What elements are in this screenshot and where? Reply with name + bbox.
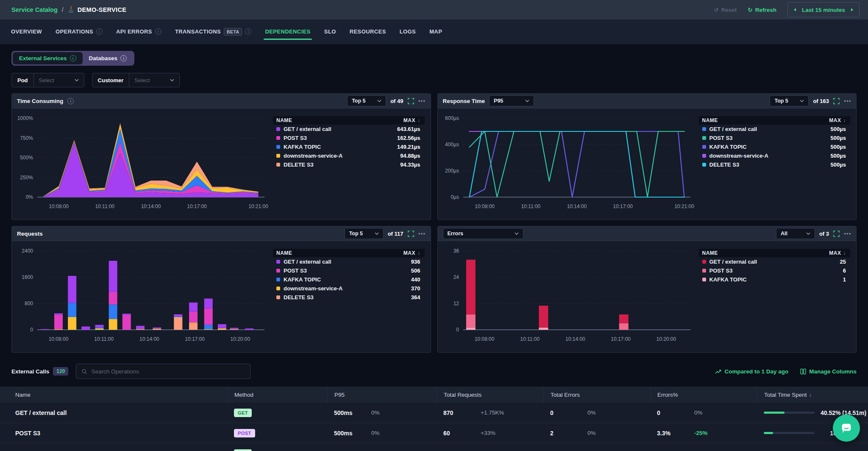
table-row[interactable]: GET / external callGET500ms0%870+1.75K%0… <box>0 403 868 423</box>
column-header-name[interactable]: Name <box>0 387 227 403</box>
svg-text:0µs: 0µs <box>451 194 459 200</box>
legend-item[interactable]: GET / external call25 <box>699 257 851 266</box>
reset-button[interactable]: ↺ Reset <box>714 6 737 13</box>
refresh-icon: ↻ <box>748 6 752 13</box>
column-header-method[interactable]: Method <box>227 387 327 403</box>
column-header-errors-[interactable]: Errors% <box>650 387 757 403</box>
errors-metric-select[interactable]: Errors <box>443 228 523 239</box>
compare-button[interactable]: Compared to 1 Day ago <box>715 368 788 375</box>
svg-text:10:08:00: 10:08:00 <box>49 336 69 342</box>
tab-overview[interactable]: OVERVIEW <box>10 19 43 44</box>
tab-resources[interactable]: RESOURCES <box>348 19 387 44</box>
svg-text:10:17:00: 10:17:00 <box>611 336 631 342</box>
tab-label: MAP <box>429 28 442 35</box>
toggle-databases[interactable]: Databases i <box>83 52 134 64</box>
legend-item[interactable]: POST S3162.56µs <box>273 134 425 142</box>
legend-max-header[interactable]: MAX↓ <box>829 250 846 256</box>
more-menu-icon[interactable]: ⋯ <box>844 230 851 237</box>
top-n-select[interactable]: Top 5 <box>770 95 809 106</box>
search-operations-input[interactable] <box>91 368 245 375</box>
svg-text:24: 24 <box>453 274 459 280</box>
legend-item[interactable]: GET / external call643.61µs <box>273 125 425 134</box>
reset-icon: ↺ <box>714 6 718 13</box>
column-header-p95[interactable]: P95 <box>327 387 437 403</box>
expand-icon[interactable] <box>833 231 840 237</box>
response-time-legend: NAMEMAX↓GET / external call500µsPOST S35… <box>699 116 851 169</box>
svg-text:10:11:00: 10:11:00 <box>520 336 540 342</box>
legend-max-header[interactable]: MAX↓ <box>829 117 846 123</box>
legend-item[interactable]: DELETE S3500µs <box>699 160 851 169</box>
legend-item[interactable]: DELETE S3364 <box>273 293 425 302</box>
expand-icon[interactable] <box>408 231 414 237</box>
svg-text:10:14:00: 10:14:00 <box>567 203 587 209</box>
top-n-select[interactable]: Top 5 <box>345 228 384 239</box>
legend-item[interactable]: GET / external call936 <box>273 257 425 266</box>
column-header-total-errors[interactable]: Total Errors <box>543 387 650 403</box>
tab-logs[interactable]: LOGS <box>398 19 417 44</box>
time-range-picker[interactable]: Last 15 minutes <box>787 2 860 17</box>
customer-filter-select[interactable]: Select <box>129 77 179 84</box>
legend-item[interactable]: POST S36 <box>699 266 851 275</box>
column-header-total-time-spent[interactable]: Total Time Spent↓ <box>757 387 868 403</box>
svg-text:400µs: 400µs <box>445 142 459 148</box>
time-range-prev-icon[interactable] <box>794 8 796 11</box>
top-n-select[interactable]: All <box>776 228 815 239</box>
sort-desc-icon[interactable]: ↓ <box>809 392 812 398</box>
more-menu-icon[interactable]: ⋯ <box>418 230 426 237</box>
legend-swatch <box>702 154 706 158</box>
table-row[interactable]: KAFKA TOPICGET500ms0% <box>0 443 868 451</box>
tab-transactions[interactable]: TRANSACTIONSBETAi <box>174 19 253 44</box>
info-icon[interactable]: i <box>70 55 76 61</box>
legend-item[interactable]: downstream-service-A500µs <box>699 151 851 160</box>
breadcrumb-service-catalog-link[interactable]: Service Catalog <box>11 6 58 13</box>
legend-item[interactable]: KAFKA TOPIC149.21µs <box>273 142 425 151</box>
table-row[interactable]: POST S3POST500ms0%60+33%20%3.3%-25%18.48… <box>0 423 868 443</box>
top-n-select[interactable]: Top 5 <box>347 95 386 106</box>
tab-map[interactable]: MAP <box>428 19 443 44</box>
legend-item[interactable]: DELETE S394.33µs <box>273 160 425 169</box>
svg-text:2400: 2400 <box>22 248 33 254</box>
metric-value: 3.3% <box>657 430 694 437</box>
expand-icon[interactable] <box>833 98 840 104</box>
legend-item[interactable]: downstream-service-A94.88µs <box>273 151 425 160</box>
legend-item[interactable]: POST S3500µs <box>699 134 851 142</box>
legend-swatch <box>702 260 706 264</box>
legend-item[interactable]: downstream-service-A370 <box>273 284 425 293</box>
time-spent-bar <box>764 432 815 434</box>
operation-name: POST S3 <box>0 430 227 437</box>
tab-slo[interactable]: SLO <box>323 19 337 44</box>
refresh-button[interactable]: ↻ Refresh <box>748 6 776 13</box>
customer-filter: Customer Select <box>92 73 180 87</box>
chevron-down-icon <box>375 232 379 235</box>
toggle-external-services[interactable]: External Services i <box>13 52 83 64</box>
legend-item[interactable]: KAFKA TOPIC440 <box>273 275 425 284</box>
legend-item[interactable]: POST S3506 <box>273 266 425 275</box>
more-menu-icon[interactable]: ⋯ <box>844 97 851 105</box>
legend-item[interactable]: KAFKA TOPIC1 <box>699 275 851 284</box>
metric-cell: 3.3%-25% <box>650 430 757 437</box>
manage-columns-button[interactable]: Manage Columns <box>800 368 857 375</box>
percentile-select[interactable]: P95 <box>489 95 534 106</box>
legend-item[interactable]: KAFKA TOPIC500µs <box>699 142 851 151</box>
legend-name-header: NAME <box>276 117 292 123</box>
info-icon[interactable]: i <box>67 98 74 104</box>
tab-dependencies[interactable]: DEPENDENCIES <box>264 19 312 44</box>
legend-item[interactable]: GET / external call500µs <box>699 125 851 134</box>
metric-value: 60 <box>443 430 481 437</box>
tab-operations[interactable]: OPERATIONSi <box>54 19 104 44</box>
svg-text:10:08:00: 10:08:00 <box>475 203 495 209</box>
time-range-next-icon[interactable] <box>851 8 853 11</box>
legend-max-header[interactable]: MAX↓ <box>403 250 420 256</box>
metric-cell: 60+33% <box>437 430 543 437</box>
expand-icon[interactable] <box>408 98 414 104</box>
legend-max-header[interactable]: MAX↓ <box>403 117 420 123</box>
pod-filter-select[interactable]: Select <box>34 77 84 84</box>
app-root: Service Catalog / DEMO-SERVICE ↺ Reset ↻… <box>0 0 868 451</box>
more-menu-icon[interactable]: ⋯ <box>418 97 426 105</box>
info-icon[interactable]: i <box>120 55 127 61</box>
metric-value: 500ms <box>334 409 371 416</box>
svg-text:0: 0 <box>456 327 459 333</box>
column-header-total-requests[interactable]: Total Requests <box>437 387 543 403</box>
tab-api-errors[interactable]: API ERRORSi <box>115 19 163 44</box>
chat-widget-button[interactable] <box>833 415 860 442</box>
